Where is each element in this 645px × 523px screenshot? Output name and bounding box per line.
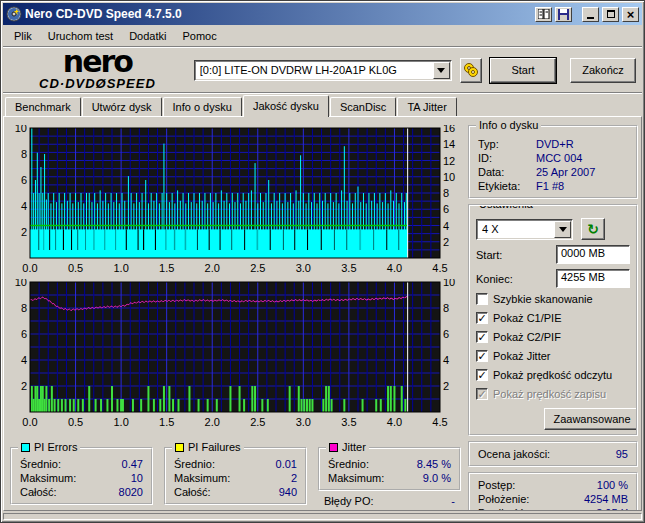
svg-text:3.5: 3.5 <box>341 416 356 428</box>
tab-jakosc-dysku[interactable]: Jakość dysku <box>243 95 329 117</box>
svg-text:2: 2 <box>443 380 449 392</box>
pi-failures-jitter-chart: 2468102468100.00.51.01.52.02.53.03.54.04… <box>6 279 464 429</box>
speed-select-value: 4 X <box>477 223 553 235</box>
checkbox-show-c2-pif[interactable]: ✓Pokaż C2/PIF <box>476 329 630 345</box>
header-band: nero CD·DVDØSPEED [0:0] LITE-ON DVDRW LH… <box>3 48 642 92</box>
end-position-input[interactable]: 4255 MB <box>556 269 630 288</box>
svg-text:2.5: 2.5 <box>250 416 265 428</box>
refresh-button[interactable]: ↻ <box>581 218 605 240</box>
info-row: Typ:DVD+R <box>476 137 630 151</box>
tab-utworz-dysk[interactable]: Utwórz dysk <box>82 97 162 116</box>
po-errors-label: Błędy PO: <box>324 495 374 507</box>
disc-info-title: Info o dysku <box>479 119 538 131</box>
drive-select-arrow[interactable] <box>433 62 450 79</box>
jitter-title: Jitter <box>342 441 366 453</box>
stat-value: 940 <box>279 486 297 498</box>
svg-text:1.5: 1.5 <box>159 262 174 274</box>
checkbox-quick-scan[interactable]: ✓Szybkie skanowanie <box>476 291 630 307</box>
tab-benchmark[interactable]: Benchmark <box>5 97 81 116</box>
menu-uruchom-test[interactable]: Uruchom test <box>41 28 120 44</box>
speed-select[interactable]: 4 X <box>476 219 573 240</box>
speed-value: 3.95 X <box>596 507 628 511</box>
stat-row: Maksimum:2 <box>172 471 299 485</box>
statistics-row: PI Errors Średnio:0.47 Maksimum:10 Całoś… <box>10 447 462 507</box>
info-label: Typ: <box>478 138 536 150</box>
minimize-icon <box>587 17 594 19</box>
report-button[interactable] <box>535 7 552 22</box>
exit-button[interactable]: Zakończ <box>570 58 636 83</box>
svg-text:14: 14 <box>443 138 455 150</box>
svg-text:8: 8 <box>443 187 449 199</box>
stat-label: Maksimum: <box>328 472 384 484</box>
speed-row: 4 X ↻ <box>476 218 630 240</box>
tab-ta-jitter[interactable]: TA Jitter <box>397 97 457 116</box>
save-button[interactable] <box>555 7 572 22</box>
stat-row: Średnio:8.45 % <box>326 457 453 471</box>
stat-value: 0.01 <box>276 458 297 470</box>
checkbox-label: Szybkie skanowanie <box>493 293 593 305</box>
end-field-label: Koniec: <box>476 273 513 285</box>
position-value: 4254 MB <box>584 493 628 505</box>
checkbox-icon: ✓ <box>476 293 488 305</box>
drive-select[interactable]: [0:0] LITE-ON DVDRW LH-20A1P KL0G <box>194 60 452 81</box>
stat-label: Maksimum: <box>174 472 230 484</box>
svg-text:8: 8 <box>21 148 27 160</box>
checkbox-label: Pokaż C2/PIF <box>493 331 561 343</box>
pi-errors-stats-box: PI Errors Średnio:0.47 Maksimum:10 Całoś… <box>10 447 153 505</box>
tab-strip: Benchmark Utwórz dysk Info o dysku Jakoś… <box>3 94 642 116</box>
maximize-button[interactable] <box>602 7 619 22</box>
menu-dodatki[interactable]: Dodatki <box>122 28 173 44</box>
svg-text:2: 2 <box>21 380 27 392</box>
checkbox-show-write-speed: ✓Pokaż prędkość zapisu <box>476 386 630 402</box>
close-icon: × <box>627 8 635 21</box>
svg-text:4.5: 4.5 <box>432 262 447 274</box>
title-bar: Nero CD-DVD Speed 4.7.5.0 × <box>3 3 642 25</box>
pi-failures-title: PI Failures <box>188 441 241 453</box>
checkbox-icon: ✓ <box>476 312 488 324</box>
speed-select-arrow[interactable] <box>554 221 571 238</box>
disc-info-box: Info o dysku Typ:DVD+R ID:MCC 004 Data:2… <box>468 125 638 199</box>
minimize-button[interactable] <box>582 7 599 22</box>
position-label: Położenie: <box>478 493 529 505</box>
checkbox-show-read-speed[interactable]: ✓Pokaż prędkość odczytu <box>476 367 630 383</box>
advanced-button[interactable]: Zaawansowane <box>544 408 638 430</box>
po-errors-value: - <box>451 495 455 507</box>
info-label: Data: <box>478 166 536 178</box>
quality-score-label: Ocena jakości: <box>478 448 550 460</box>
checkbox-show-jitter[interactable]: ✓Pokaż Jitter <box>476 348 630 364</box>
disc-label-value: F1 #8 <box>536 180 564 192</box>
pi-errors-title: PI Errors <box>34 441 77 453</box>
svg-text:4.0: 4.0 <box>387 262 402 274</box>
checkbox-icon: ✓ <box>476 388 488 400</box>
stat-label: Średnio: <box>174 458 215 470</box>
svg-text:10: 10 <box>15 279 27 288</box>
disc-id-value: MCC 004 <box>536 152 582 164</box>
start-position-input[interactable]: 0000 MB <box>556 245 630 264</box>
svg-text:4.5: 4.5 <box>432 416 447 428</box>
menu-pomoc[interactable]: Pomoc <box>175 28 223 44</box>
checkbox-icon: ✓ <box>476 331 488 343</box>
maximize-icon <box>607 10 615 18</box>
tab-info-o-dysku[interactable]: Info o dysku <box>163 97 242 116</box>
checkbox-show-c1-pie[interactable]: ✓Pokaż C1/PIE <box>476 310 630 326</box>
close-button[interactable]: × <box>622 7 639 22</box>
tab-scandisc[interactable]: ScanDisc <box>330 97 396 116</box>
quality-score-box: Ocena jakości: 95 <box>468 441 638 467</box>
start-button[interactable]: Start <box>490 58 556 83</box>
disc-date-value: 25 Apr 2007 <box>536 166 595 178</box>
progress-label: Postęp: <box>478 479 515 491</box>
stat-value: 10 <box>131 472 143 484</box>
svg-text:6: 6 <box>443 203 449 215</box>
svg-text:10: 10 <box>15 125 27 134</box>
stat-row: Całość:8020 <box>18 485 145 499</box>
window-title: Nero CD-DVD Speed 4.7.5.0 <box>25 7 532 21</box>
stat-label: Średnio: <box>328 458 369 470</box>
svg-text:0.5: 0.5 <box>68 262 83 274</box>
checkbox-label: Pokaż Jitter <box>493 350 550 362</box>
menu-plik[interactable]: Plik <box>7 28 39 44</box>
checkbox-label: Pokaż prędkość zapisu <box>493 388 606 400</box>
stat-label: Średnio: <box>20 458 61 470</box>
eject-load-button[interactable] <box>460 58 482 83</box>
stat-row: Maksimum:10 <box>18 471 145 485</box>
stat-value: 8020 <box>119 486 143 498</box>
